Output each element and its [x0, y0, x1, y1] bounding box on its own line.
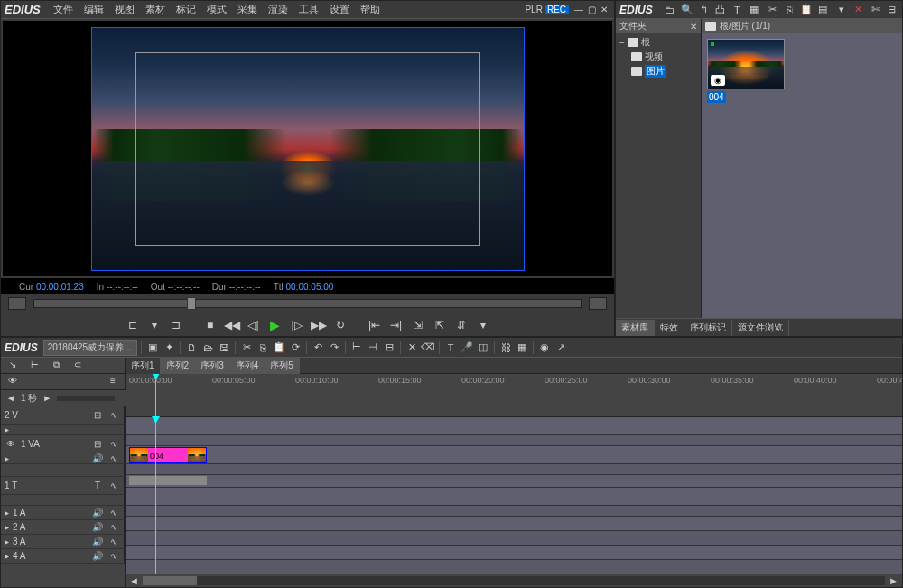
- tab-effects[interactable]: 特效: [655, 320, 684, 336]
- mark-out-icon[interactable]: ⊐: [168, 317, 184, 333]
- timeline-content[interactable]: 序列1 序列2 序列3 序列4 序列5 00:00:00:00 00:00:05…: [126, 358, 902, 587]
- save-icon[interactable]: 🖫: [217, 341, 231, 355]
- text-icon[interactable]: T: [731, 3, 744, 17]
- menu-tools[interactable]: 工具: [293, 1, 324, 18]
- insert-icon[interactable]: ⇲: [410, 317, 426, 333]
- tab-bin[interactable]: 素材库: [616, 320, 655, 336]
- split-icon[interactable]: ⊢: [349, 341, 364, 355]
- tc-in-value[interactable]: --:--:--:--: [107, 282, 138, 292]
- view-icon[interactable]: ▾: [835, 3, 849, 17]
- position-slider[interactable]: [1, 294, 614, 313]
- audio-waveform[interactable]: [129, 476, 207, 485]
- rewind-icon[interactable]: ◀◀: [224, 317, 240, 333]
- speaker-icon[interactable]: 🔊: [91, 522, 104, 532]
- tl-replace-icon[interactable]: ⟳: [288, 341, 303, 355]
- ripple-icon[interactable]: ⊣: [366, 341, 380, 355]
- dropdown-icon[interactable]: ▾: [475, 317, 491, 333]
- prev-edit-icon[interactable]: |⇤: [367, 317, 383, 333]
- title-patch-icon[interactable]: T: [91, 481, 104, 490]
- lane-4a[interactable]: [126, 560, 902, 574]
- menu-help[interactable]: 帮助: [355, 1, 386, 18]
- playhead-line[interactable]: [155, 417, 156, 574]
- delete-icon[interactable]: ✕: [405, 341, 419, 355]
- fast-forward-icon[interactable]: ▶▶: [311, 317, 327, 333]
- zoom-control[interactable]: ◄ 1 秒 ►: [1, 390, 126, 406]
- tl-cut-icon[interactable]: ✂: [239, 341, 254, 355]
- menu-settings[interactable]: 设置: [324, 1, 355, 18]
- lane-1a[interactable]: [126, 517, 902, 530]
- menu-capture[interactable]: 采集: [232, 1, 263, 18]
- wand-icon[interactable]: ✦: [162, 341, 176, 355]
- lane-2a[interactable]: [126, 531, 902, 545]
- scroll-right-icon[interactable]: ►: [889, 575, 898, 586]
- search-icon[interactable]: 🔍: [680, 3, 694, 17]
- speaker-icon[interactable]: 🔊: [91, 537, 104, 546]
- play-icon[interactable]: ▶: [267, 317, 284, 333]
- tree-root[interactable]: − 根: [619, 35, 697, 50]
- mode-link-icon[interactable]: ⧉: [48, 359, 64, 372]
- scroll-thumb[interactable]: [143, 576, 197, 585]
- mode-trim-icon[interactable]: ⊢: [26, 359, 42, 372]
- lane-1va[interactable]: 004: [126, 446, 902, 463]
- tc-dur-value[interactable]: --:--:--:--: [229, 282, 261, 292]
- overwrite-icon[interactable]: ⇱: [432, 317, 448, 333]
- preview-monitor[interactable]: [3, 21, 612, 276]
- speaker-icon[interactable]: 🔊: [91, 551, 104, 561]
- tc-cur-value[interactable]: 00:00:01:23: [36, 282, 84, 292]
- mixer-icon[interactable]: ◫: [476, 341, 490, 355]
- close-icon[interactable]: ✕: [598, 4, 610, 16]
- slider-thumb[interactable]: [187, 297, 196, 310]
- next-edit-icon[interactable]: ⇥|: [388, 317, 405, 333]
- paste-icon[interactable]: 📋: [799, 3, 813, 17]
- track-label-3a[interactable]: ▸3 A🔊∿: [1, 535, 125, 548]
- mark-in-icon[interactable]: ⊏: [125, 317, 141, 333]
- lane-3a[interactable]: [126, 546, 902, 559]
- fx-icon[interactable]: ∿: [107, 410, 120, 420]
- tab-source-browser[interactable]: 源文件浏览: [732, 320, 789, 336]
- color-icon[interactable]: ▦: [748, 3, 761, 17]
- title-icon[interactable]: T: [443, 341, 458, 355]
- undo-icon[interactable]: ↶: [311, 341, 325, 355]
- delete-bin-icon[interactable]: ✕: [852, 3, 865, 17]
- bin-clip-thumb[interactable]: ◉ 004: [707, 39, 785, 103]
- scroll-left-icon[interactable]: ◄: [129, 575, 139, 586]
- seq-tab-4[interactable]: 序列4: [230, 358, 265, 374]
- seq-tab-2[interactable]: 序列2: [161, 358, 196, 374]
- track-menu-icon[interactable]: ≡: [105, 376, 121, 388]
- minimize-icon[interactable]: —: [573, 4, 585, 16]
- menu-view[interactable]: 视图: [109, 1, 140, 18]
- fx-icon[interactable]: ∿: [107, 439, 120, 449]
- slider-right-icon[interactable]: [589, 297, 607, 310]
- bin-clip-label[interactable]: 004: [707, 91, 726, 103]
- close-bin-icon[interactable]: ⊟: [885, 3, 898, 17]
- project-name-dropdown[interactable]: 20180425威力保养…: [43, 340, 138, 356]
- props-icon[interactable]: ▤: [816, 3, 830, 17]
- new-icon[interactable]: 凸: [713, 3, 727, 17]
- tl-paste-icon[interactable]: 📋: [272, 341, 286, 355]
- mark-frame-icon[interactable]: ▾: [146, 317, 163, 333]
- cut-icon[interactable]: ✂: [766, 3, 779, 17]
- copy-icon[interactable]: ⎘: [783, 3, 796, 17]
- mode-rec-label[interactable]: REC: [545, 5, 569, 14]
- link-icon[interactable]: ⛓: [498, 341, 513, 355]
- mode-normal-icon[interactable]: ↘: [5, 359, 21, 372]
- redo-icon[interactable]: ↷: [327, 341, 341, 355]
- menu-marker[interactable]: 标记: [171, 1, 201, 18]
- menu-file[interactable]: 文件: [48, 1, 79, 18]
- prev-frame-icon[interactable]: ◁|: [246, 317, 262, 333]
- loop-icon[interactable]: ↻: [332, 317, 349, 333]
- timeline-scrollbar[interactable]: ◄ ►: [126, 574, 902, 587]
- replace-icon[interactable]: ⇵: [453, 317, 470, 333]
- seq-tab-5[interactable]: 序列5: [265, 358, 300, 374]
- video-patch-icon[interactable]: ⊟: [91, 439, 104, 449]
- ripple-delete-icon[interactable]: ⌫: [421, 341, 435, 355]
- video-patch-icon[interactable]: ⊟: [91, 410, 104, 420]
- track-label-1va[interactable]: 👁 1 VA ⊟ ∿: [1, 435, 125, 453]
- seq-tab-3[interactable]: 序列3: [195, 358, 230, 374]
- menu-render[interactable]: 渲染: [263, 1, 293, 18]
- stop-icon[interactable]: ■: [202, 317, 219, 333]
- mode-plr-label[interactable]: PLR: [525, 5, 542, 14]
- open-icon[interactable]: 🗁: [200, 341, 215, 355]
- folder-icon[interactable]: 🗀: [664, 3, 677, 17]
- tl-copy-icon[interactable]: ⎘: [256, 341, 270, 355]
